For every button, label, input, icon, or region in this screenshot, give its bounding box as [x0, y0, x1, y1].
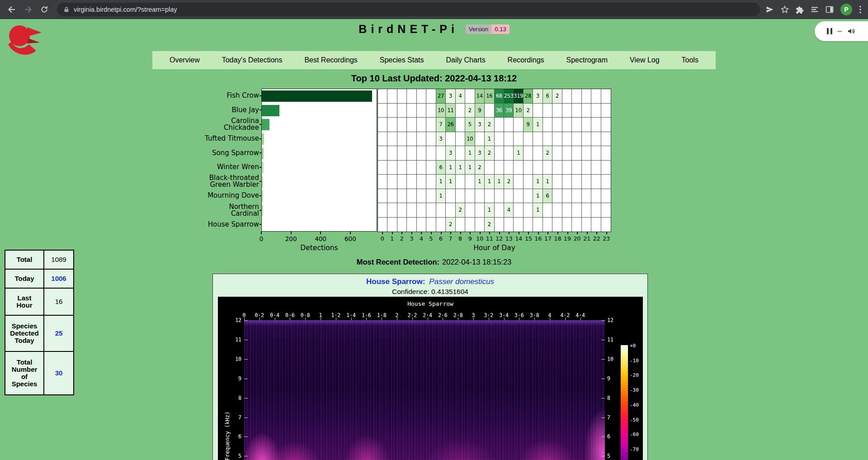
spectro-x-tick: [397, 318, 397, 320]
x-axis-tick-label: 400: [315, 235, 326, 242]
heatmap-cell: [456, 104, 465, 118]
heatmap-cell: [504, 146, 514, 161]
stats-label: Total Number of Species: [5, 351, 44, 395]
heatmap-cell: [552, 146, 562, 161]
stats-value-link[interactable]: 30: [44, 351, 74, 395]
url-bar[interactable]: virginia.birdnetpi.com/?stream=play: [57, 3, 760, 16]
heatmap-cell: 319: [514, 89, 523, 104]
heatmap-cell: [378, 175, 387, 189]
heatmap-cell: 2: [456, 203, 465, 218]
spectro-y-tick-label: 5: [229, 453, 241, 459]
x-axis-tick-label: 7: [449, 235, 453, 242]
heatmap-cell: [504, 161, 514, 175]
heatmap-cell: [601, 175, 611, 189]
menu-kebab-icon[interactable]: [859, 5, 862, 14]
heatmap-cell: [591, 118, 601, 132]
heatmap-cell: [601, 118, 611, 132]
hourly-heatmap: 2734141668253319283621011293639102726532…: [377, 89, 611, 232]
x-axis-tick-label: 13: [505, 235, 513, 242]
heatmap-cell: [407, 118, 416, 132]
spectro-y-tick-label: 9: [607, 375, 610, 382]
scientific-name-link[interactable]: Passer domesticus: [429, 277, 494, 286]
heatmap-cell: [495, 218, 504, 232]
heatmap-cell: [572, 104, 581, 118]
spectro-y-tick-label: 7: [229, 414, 241, 421]
heatmap-cell: [407, 146, 416, 161]
forward-button[interactable]: [21, 2, 35, 17]
heatmap-cell: [456, 146, 465, 161]
x-axis-tick-label: 9: [468, 235, 472, 242]
heatmap-cell: [582, 89, 591, 104]
heatmap-cell: [514, 189, 523, 204]
x-axis-tick: [489, 232, 490, 234]
heatmap-cell: [397, 189, 407, 204]
species-label: Song Sparrow: [200, 146, 259, 160]
back-button[interactable]: [5, 2, 19, 17]
spectro-x-tick: [351, 318, 352, 320]
heatmap-cell: [485, 189, 494, 204]
x-axis-tick-label: 19: [564, 235, 571, 242]
bookmark-star-icon[interactable]: [781, 5, 789, 14]
heatmap-cell: 36: [495, 104, 504, 118]
heatmap-cell: [562, 104, 572, 118]
spectro-x-tick: [366, 318, 367, 320]
side-panel-icon[interactable]: [826, 5, 834, 14]
heatmap-cell: [552, 132, 562, 147]
heatmap-cell: [378, 161, 387, 175]
heatmap-cell: [543, 104, 552, 118]
stats-value-link[interactable]: 1006: [44, 269, 74, 288]
x-axis-tick: [411, 232, 412, 234]
heatmap-cell: [426, 175, 436, 189]
heatmap-cell: [552, 104, 562, 118]
spectro-y-tick-label: 10: [229, 356, 241, 362]
spectro-y-tick: [244, 417, 248, 418]
reload-button[interactable]: [37, 2, 52, 17]
profile-avatar[interactable]: P: [840, 4, 852, 15]
heatmap-cell: [582, 118, 591, 132]
heatmap-cell: [436, 218, 446, 232]
reading-list-icon[interactable]: [811, 5, 819, 14]
heatmap-cell: [524, 203, 533, 218]
heatmap-cell: 2: [475, 161, 485, 175]
species-label: House Sparrow: [200, 217, 259, 232]
spectro-y-tick-label: 7: [607, 414, 610, 421]
extensions-puzzle-icon[interactable]: [796, 5, 804, 14]
heatmap-cell: [417, 118, 426, 132]
heatmap-cell: 2: [524, 104, 533, 118]
x-axis-tick-label: 12: [495, 235, 503, 242]
spectro-x-tick: [565, 318, 566, 320]
url-text: virginia.birdnetpi.com/?stream=play: [74, 6, 177, 13]
x-axis-tick: [441, 232, 442, 234]
x-axis-tick-label: 21: [583, 235, 590, 242]
seek-dash[interactable]: [837, 31, 842, 32]
send-icon[interactable]: [766, 5, 774, 14]
heatmap-cell: 3: [475, 146, 485, 161]
heatmap-cell: [582, 132, 591, 147]
heatmap-cell: 68: [495, 89, 504, 104]
heatmap-cell: [397, 175, 407, 189]
detected-species-link[interactable]: House Sparrow:: [366, 277, 425, 286]
heatmap-cell: [446, 203, 455, 218]
volume-icon[interactable]: [847, 27, 856, 36]
heatmap-cell: [504, 189, 514, 204]
heatmap-cell: [397, 132, 407, 147]
heatmap-cell: [426, 146, 436, 161]
x-axis-tick-label: 18: [554, 235, 561, 242]
heatmap-cell: 1: [446, 175, 455, 189]
heatmap-cell: 1: [446, 161, 455, 175]
spectro-y-tick: [601, 456, 605, 456]
heatmap-cell: [387, 218, 397, 232]
heatmap-cell: [417, 161, 426, 175]
heatmap-cell: [436, 203, 446, 218]
heatmap-cell: 1: [475, 175, 485, 189]
colorbar-tick-label: -70: [630, 446, 639, 452]
pause-icon[interactable]: [827, 28, 832, 34]
stats-value-link[interactable]: 25: [44, 315, 74, 351]
heatmap-cell: [426, 89, 436, 104]
heatmap-cell: [552, 189, 562, 204]
heatmap-cell: 1: [485, 203, 494, 218]
spectrogram-title: House Sparrow: [218, 300, 643, 307]
heatmap-cell: [514, 175, 523, 189]
stats-label: Last Hour: [5, 288, 44, 315]
heatmap-cell: [407, 89, 416, 104]
